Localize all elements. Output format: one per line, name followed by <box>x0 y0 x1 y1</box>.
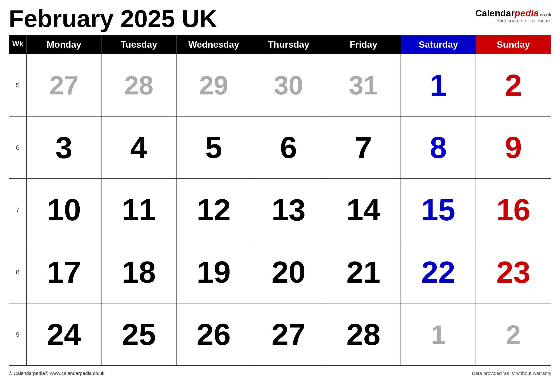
day-feb-1: 1 <box>401 54 476 116</box>
day-feb-10: 10 <box>27 179 101 241</box>
day-feb-16: 16 <box>476 179 551 241</box>
day-feb-18: 18 <box>101 241 176 303</box>
calendar-week-6: 6 3 4 5 6 7 8 9 <box>9 116 551 178</box>
day-feb-9: 9 <box>476 117 551 178</box>
day-feb-2: 2 <box>476 54 551 116</box>
calendar: Wk Monday Tuesday Wednesday Thursday Fri… <box>9 35 551 366</box>
day-feb-19: 19 <box>177 241 251 303</box>
day-jan-31: 31 <box>326 54 401 116</box>
header-saturday: Saturday <box>401 35 476 54</box>
day-feb-23: 23 <box>476 241 551 303</box>
day-jan-27: 27 <box>27 54 101 116</box>
calendar-body: 5 27 28 29 30 31 1 2 6 3 4 5 6 7 8 9 7 1… <box>9 54 551 365</box>
day-feb-8: 8 <box>401 117 476 178</box>
day-feb-27: 27 <box>251 304 326 365</box>
week-number-8: 8 <box>9 241 27 303</box>
day-feb-13: 13 <box>251 179 326 241</box>
day-feb-26: 26 <box>177 304 251 365</box>
header-friday: Friday <box>326 35 401 54</box>
day-feb-4: 4 <box>101 117 176 178</box>
logo-tagline: Your source for calendars <box>497 18 551 24</box>
day-feb-20: 20 <box>251 241 326 303</box>
day-feb-5: 5 <box>177 117 251 178</box>
day-jan-29: 29 <box>177 54 251 116</box>
page-header: February 2025 UK Calendarpedia.co.uk You… <box>9 7 551 31</box>
day-jan-30: 30 <box>251 54 326 116</box>
day-jan-28: 28 <box>101 54 176 116</box>
header-sunday: Sunday <box>476 35 551 54</box>
day-feb-14: 14 <box>326 179 401 241</box>
week-number-6: 6 <box>9 117 27 178</box>
header-wednesday: Wednesday <box>177 35 251 54</box>
day-feb-11: 11 <box>101 179 176 241</box>
day-feb-17: 17 <box>27 241 101 303</box>
day-feb-22: 22 <box>401 241 476 303</box>
footer-disclaimer: Data provided 'as is' without warranty <box>472 371 551 376</box>
week-number-9: 9 <box>9 304 27 365</box>
day-feb-28: 28 <box>326 304 401 365</box>
footer-copyright: © Calendarpedia® www.calendarpedia.co.uk <box>9 371 104 376</box>
logo: Calendarpedia.co.uk <box>475 9 551 18</box>
day-feb-12: 12 <box>177 179 251 241</box>
page-title: February 2025 UK <box>9 7 217 31</box>
day-feb-6: 6 <box>251 117 326 178</box>
header-monday: Monday <box>27 35 101 54</box>
logo-calendar: Calendar <box>475 8 515 18</box>
header-thursday: Thursday <box>251 35 326 54</box>
day-feb-25: 25 <box>101 304 176 365</box>
day-feb-21: 21 <box>326 241 401 303</box>
week-number-7: 7 <box>9 179 27 241</box>
day-feb-3: 3 <box>27 117 101 178</box>
day-mar-2: 2 <box>476 304 551 365</box>
calendar-week-8: 8 17 18 19 20 21 22 23 <box>9 241 551 303</box>
footer: © Calendarpedia® www.calendarpedia.co.uk… <box>9 368 551 376</box>
logo-area: Calendarpedia.co.uk Your source for cale… <box>475 7 551 24</box>
calendar-week-9: 9 24 25 26 27 28 1 2 <box>9 303 551 365</box>
day-feb-15: 15 <box>401 179 476 241</box>
logo-co-uk: .co.uk <box>539 12 551 17</box>
logo-pedia: pedia <box>515 8 539 18</box>
calendar-week-7: 7 10 11 12 13 14 15 16 <box>9 178 551 241</box>
week-number-5: 5 <box>9 54 27 116</box>
header-tuesday: Tuesday <box>101 35 176 54</box>
day-feb-24: 24 <box>27 304 101 365</box>
day-mar-1: 1 <box>401 304 476 365</box>
header-wk: Wk <box>9 35 27 54</box>
calendar-header: Wk Monday Tuesday Wednesday Thursday Fri… <box>9 35 551 54</box>
calendar-week-5: 5 27 28 29 30 31 1 2 <box>9 54 551 116</box>
day-feb-7: 7 <box>326 117 401 178</box>
